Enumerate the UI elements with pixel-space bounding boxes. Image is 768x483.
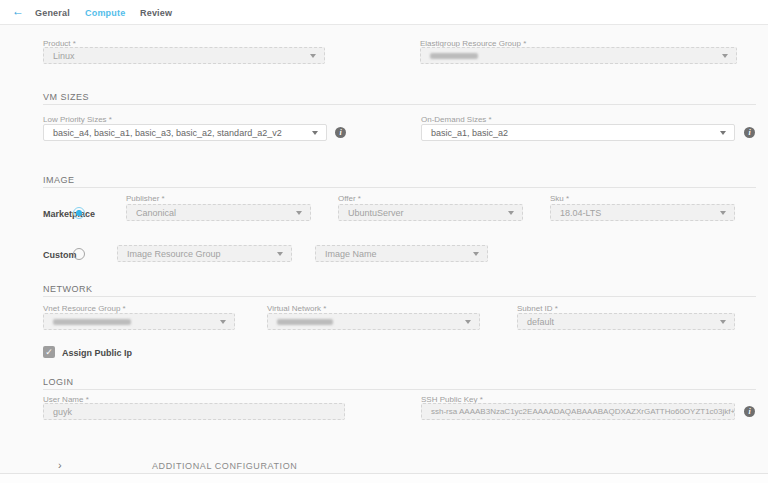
sku-label: Sku * — [550, 194, 569, 203]
divider — [43, 187, 756, 188]
compute-form-page: ← General Compute Review Product * Linux… — [0, 0, 768, 483]
divider — [43, 389, 756, 390]
chevron-down-icon — [720, 131, 726, 135]
chevron-down-icon — [720, 211, 726, 215]
divider — [43, 104, 756, 105]
section-title-vm-sizes: VM SIZES — [43, 92, 89, 102]
check-icon: ✓ — [45, 347, 53, 357]
custom-option-label: Custom — [43, 250, 77, 260]
image-resource-group-placeholder: Image Resource Group — [127, 249, 221, 259]
image-resource-group-dropdown[interactable]: Image Resource Group — [117, 245, 292, 262]
assign-public-ip-label: Assign Public Ip — [62, 348, 132, 358]
back-arrow-icon[interactable]: ← — [12, 4, 24, 18]
product-value: Linux — [53, 51, 75, 61]
chevron-down-icon — [310, 54, 316, 58]
subnet-id-value: default — [527, 317, 554, 327]
top-tab-bar: ← General Compute Review — [0, 0, 768, 25]
chevron-down-icon — [720, 320, 726, 324]
vnet-rg-dropdown[interactable] — [43, 313, 235, 330]
chevron-down-icon — [465, 320, 471, 324]
elastigroup-rg-dropdown[interactable] — [420, 47, 737, 64]
low-priority-sizes-label: Low Priority Sizes * — [43, 115, 112, 124]
chevron-down-icon — [277, 252, 283, 256]
sku-dropdown[interactable]: 18.04-LTS — [550, 204, 735, 221]
section-title-network: NETWORK — [43, 284, 93, 294]
publisher-label: Publisher * — [126, 194, 165, 203]
section-title-login: LOGIN — [43, 377, 74, 387]
section-title-image: IMAGE — [43, 175, 75, 185]
publisher-dropdown[interactable]: Canonical — [126, 204, 311, 221]
chevron-down-icon — [312, 131, 318, 135]
sku-value: 18.04-LTS — [560, 208, 601, 218]
chevron-down-icon — [220, 320, 226, 324]
user-name-value: guyk — [53, 407, 72, 417]
marketplace-radio[interactable] — [73, 207, 85, 219]
footer-area — [0, 474, 768, 483]
redacted-value — [277, 319, 333, 325]
offer-value: UbuntuServer — [348, 208, 404, 218]
vnet-rg-label: Vnet Resource Group * — [43, 304, 126, 313]
user-name-input[interactable]: guyk — [43, 403, 345, 420]
divider — [43, 296, 756, 297]
low-priority-sizes-value: basic_a4, basic_a1, basic_a3, basic_a2, … — [53, 128, 282, 138]
low-priority-sizes-dropdown[interactable]: basic_a4, basic_a1, basic_a3, basic_a2, … — [43, 124, 327, 141]
tab-compute[interactable]: Compute — [85, 8, 125, 18]
info-icon[interactable]: i — [744, 406, 755, 417]
ssh-public-key-input[interactable]: ssh-rsa AAAAB3NzaC1yc2EAAAADAQABAAABAQDX… — [421, 403, 735, 420]
image-name-placeholder: Image Name — [325, 249, 377, 259]
redacted-value — [430, 53, 478, 59]
on-demand-sizes-value: basic_a1, basic_a2 — [431, 128, 508, 138]
image-name-dropdown[interactable]: Image Name — [315, 245, 488, 262]
expand-chevron-icon[interactable]: › — [58, 459, 62, 471]
virtual-network-dropdown[interactable] — [267, 313, 480, 330]
chevron-down-icon — [508, 211, 514, 215]
product-dropdown[interactable]: Linux — [43, 47, 325, 64]
tab-general[interactable]: General — [35, 8, 70, 18]
additional-configuration-toggle[interactable]: ADDITIONAL CONFIGURATION — [152, 461, 297, 471]
custom-radio[interactable] — [73, 248, 85, 260]
chevron-down-icon — [722, 54, 728, 58]
info-icon[interactable]: i — [744, 127, 755, 138]
info-icon[interactable]: i — [335, 127, 346, 138]
redacted-value — [53, 319, 131, 325]
virtual-network-label: Virtual Network * — [267, 304, 326, 313]
offer-label: Offer * — [338, 194, 361, 203]
marketplace-option-label: Marketplace — [43, 209, 95, 219]
ssh-public-key-value: ssh-rsa AAAAB3NzaC1yc2EAAAADAQABAAABAQDX… — [431, 407, 735, 416]
publisher-value: Canonical — [136, 208, 176, 218]
subnet-id-label: Subnet ID * — [517, 304, 558, 313]
chevron-down-icon — [473, 252, 479, 256]
tab-review[interactable]: Review — [140, 8, 172, 18]
assign-public-ip-checkbox[interactable]: ✓ — [43, 346, 55, 358]
chevron-down-icon — [296, 211, 302, 215]
subnet-id-dropdown[interactable]: default — [517, 313, 735, 330]
offer-dropdown[interactable]: UbuntuServer — [338, 204, 523, 221]
on-demand-sizes-label: On-Demand Sizes * — [421, 115, 492, 124]
on-demand-sizes-dropdown[interactable]: basic_a1, basic_a2 — [421, 124, 735, 141]
